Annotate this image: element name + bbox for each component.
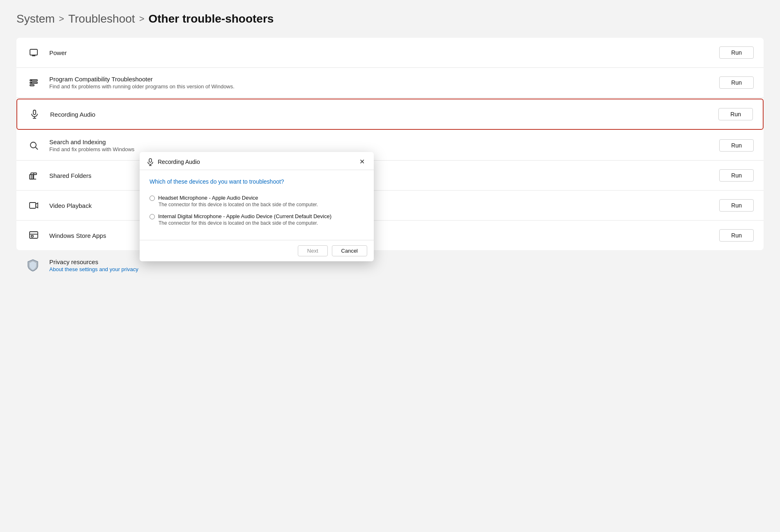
power-run-button[interactable]: Run [719,46,754,59]
privacy-icon [26,258,41,273]
breadcrumb: System > Troubleshoot > Other trouble-sh… [16,12,764,25]
svg-rect-0 [30,49,37,55]
modal-header: Recording Audio ✕ [140,152,374,170]
compat-title: Program Compatibility Troubleshooter [49,76,719,83]
modal-mic-icon [146,158,154,166]
breadcrumb-sep-2: > [139,14,145,24]
svg-point-11 [30,142,36,148]
breadcrumb-troubleshoot[interactable]: Troubleshoot [68,12,135,25]
modal-body: Which of these devices do you want to tr… [140,170,374,240]
search-text: Search and Indexing Find and fix problem… [49,138,719,152]
device-option-headset: Headset Microphone - Apple Audio Device … [150,195,364,207]
audio-icon [27,107,42,122]
modal-close-button[interactable]: ✕ [357,157,367,166]
troubleshooter-item-video: Video Playback Run [16,191,764,221]
recording-audio-modal: Recording Audio ✕ Which of these devices… [140,152,374,261]
troubleshooter-item-search: Search and Indexing Find and fix problem… [16,131,764,161]
troubleshooter-list: Power Run Program Compatibility Troubles… [16,38,764,250]
svg-rect-23 [149,159,152,162]
breadcrumb-system[interactable]: System [16,12,55,25]
privacy-title: Privacy resources [49,258,138,265]
modal-title-row: Recording Audio [146,158,200,166]
svg-rect-7 [31,83,32,83]
audio-title: Recording Audio [50,111,718,118]
shared-run-button[interactable]: Run [719,169,754,182]
privacy-text: Privacy resources About these settings a… [49,258,138,273]
svg-marker-19 [36,203,38,208]
device-option-internal: Internal Digital Microphone - Apple Audi… [150,213,364,226]
breadcrumb-current: Other trouble-shooters [148,12,274,25]
device-name-internal: Internal Digital Microphone - Apple Audi… [158,213,331,219]
store-icon [26,228,41,243]
compat-icon [26,75,41,90]
svg-rect-6 [31,80,32,81]
search-icon [26,138,41,153]
compat-run-button[interactable]: Run [719,76,754,89]
audio-run-button[interactable]: Run [718,108,753,120]
compat-text: Program Compatibility Troubleshooter Fin… [49,76,719,90]
power-icon [26,45,41,60]
device-radio-headset[interactable] [150,196,155,201]
svg-rect-8 [33,110,36,115]
store-run-button[interactable]: Run [719,229,754,242]
troubleshooter-item-power: Power Run [16,38,764,68]
svg-rect-5 [30,85,34,86]
modal-question: Which of these devices do you want to tr… [150,178,364,185]
search-run-button[interactable]: Run [719,139,754,152]
compat-desc: Find and fix problems with running older… [49,83,719,90]
video-run-button[interactable]: Run [719,199,754,212]
troubleshooter-item-audio: Recording Audio Run [16,99,764,130]
svg-line-12 [36,147,38,150]
device-name-headset: Headset Microphone - Apple Audio Device [158,195,258,201]
svg-rect-18 [30,203,36,208]
search-title: Search and Indexing [49,138,719,145]
troubleshooter-item-shared: Shared Folders Run [16,161,764,191]
shared-icon [26,168,41,183]
modal-footer: Next Cancel [140,240,374,261]
privacy-link[interactable]: About these settings and your privacy [49,266,138,272]
page-container: System > Troubleshoot > Other trouble-sh… [0,0,780,294]
svg-rect-20 [30,232,38,238]
modal-title-text: Recording Audio [158,159,200,165]
troubleshooter-item-store: Windows Store Apps Run [16,221,764,250]
audio-text: Recording Audio [50,111,718,118]
device-desc-headset: The connector for this device is located… [159,202,364,207]
troubleshooter-item-compat: Program Compatibility Troubleshooter Fin… [16,68,764,98]
modal-cancel-button[interactable]: Cancel [332,245,367,256]
power-title: Power [49,49,719,56]
breadcrumb-sep-1: > [59,14,64,24]
video-icon [26,198,41,213]
power-text: Power [49,49,719,56]
modal-next-button[interactable]: Next [298,245,328,256]
search-desc: Find and fix problems with Windows [49,146,719,152]
device-radio-internal[interactable] [150,214,155,219]
privacy-section: Privacy resources About these settings a… [16,250,764,281]
svg-rect-22 [31,235,33,237]
device-desc-internal: The connector for this device is located… [159,220,364,226]
